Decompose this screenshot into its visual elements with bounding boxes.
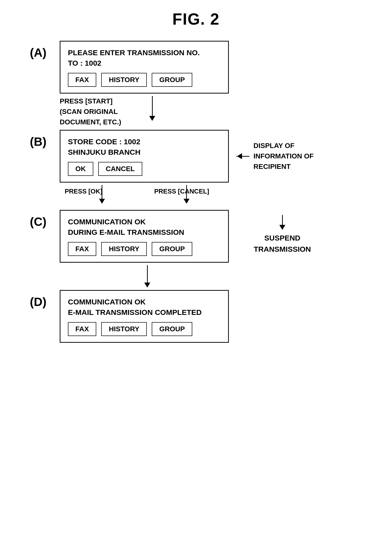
- section-b-cancel-button[interactable]: CANCEL: [98, 162, 142, 176]
- section-c-row: (C) COMMUNICATION OK DURING E-MAIL TRANS…: [30, 210, 377, 263]
- section-c-screen: COMMUNICATION OK DURING E-MAIL TRANSMISS…: [60, 210, 229, 263]
- section-b: (B) STORE CODE : 1002 SHINJUKU BRANCH OK…: [30, 130, 377, 183]
- section-d-lines: COMMUNICATION OK E-MAIL TRANSMISSION COM…: [68, 297, 221, 318]
- section-d: (D) COMMUNICATION OK E-MAIL TRANSMISSION…: [30, 290, 377, 343]
- svg-marker-2: [99, 199, 105, 204]
- section-c-fax-button[interactable]: FAX: [68, 242, 96, 256]
- press-start-note: PRESS [START](SCAN ORIGINALDOCUMENT, ETC…: [60, 96, 121, 127]
- section-c-lines: COMMUNICATION OK DURING E-MAIL TRANSMISS…: [68, 217, 221, 238]
- section-a-screen: PLEASE ENTER TRANSMISSION NO. TO : 1002 …: [60, 41, 229, 94]
- section-b-content: STORE CODE : 1002 SHINJUKU BRANCH OK CAN…: [60, 130, 314, 183]
- section-d-label: (D): [30, 290, 60, 309]
- section-d-buttons: FAX HISTORY GROUP: [68, 322, 221, 336]
- section-c-buttons: FAX HISTORY GROUP: [68, 242, 221, 256]
- section-b-label: (B): [30, 130, 60, 148]
- section-a-label: (A): [30, 41, 60, 59]
- press-ok-label: PRESS [OK]: [65, 188, 102, 195]
- section-a-history-button[interactable]: HISTORY: [101, 73, 147, 87]
- section-d-history-button[interactable]: HISTORY: [101, 322, 147, 336]
- section-c-history-button[interactable]: HISTORY: [101, 242, 147, 256]
- arrow-c-to-d: [144, 265, 150, 288]
- branch-connector: PRESS [OK] PRESS [CANCEL]: [60, 185, 239, 210]
- section-b-lines: STORE CODE : 1002 SHINJUKU BRANCH: [68, 137, 221, 157]
- section-a-fax-button[interactable]: FAX: [68, 73, 96, 87]
- section-b-ok-button[interactable]: OK: [68, 162, 93, 176]
- side-note-area: DISPLAY OF INFORMATION OF RECIPIENT: [236, 141, 314, 172]
- section-d-fax-button[interactable]: FAX: [68, 322, 96, 336]
- section-a-group-button[interactable]: GROUP: [152, 73, 192, 87]
- side-note-text: DISPLAY OF INFORMATION OF RECIPIENT: [253, 141, 314, 172]
- section-c-label: (C): [30, 210, 60, 229]
- section-d-screen: COMMUNICATION OK E-MAIL TRANSMISSION COM…: [60, 290, 229, 343]
- section-a: (A) PLEASE ENTER TRANSMISSION NO. TO : 1…: [30, 41, 377, 94]
- section-a-content: PLEASE ENTER TRANSMISSION NO. TO : 1002 …: [60, 41, 229, 94]
- press-cancel-label: PRESS [CANCEL]: [154, 188, 209, 195]
- suspend-area: SUSPENDTRANSMISSION: [254, 210, 311, 255]
- arrow-left-icon: [237, 153, 242, 159]
- section-a-buttons: FAX HISTORY GROUP: [68, 73, 221, 87]
- section-a-line1: PLEASE ENTER TRANSMISSION NO. TO : 1002: [68, 48, 221, 68]
- section-b-buttons: OK CANCEL: [68, 162, 221, 176]
- svg-marker-3: [184, 199, 190, 204]
- section-b-screen: STORE CODE : 1002 SHINJUKU BRANCH OK CAN…: [60, 130, 229, 183]
- section-d-group-button[interactable]: GROUP: [152, 322, 192, 336]
- section-c-group-button[interactable]: GROUP: [152, 242, 192, 256]
- arrow-a-to-b: [149, 96, 155, 121]
- page-title: FIG. 2: [172, 10, 220, 28]
- section-d-content: COMMUNICATION OK E-MAIL TRANSMISSION COM…: [60, 290, 229, 343]
- suspend-text: SUSPENDTRANSMISSION: [254, 232, 311, 255]
